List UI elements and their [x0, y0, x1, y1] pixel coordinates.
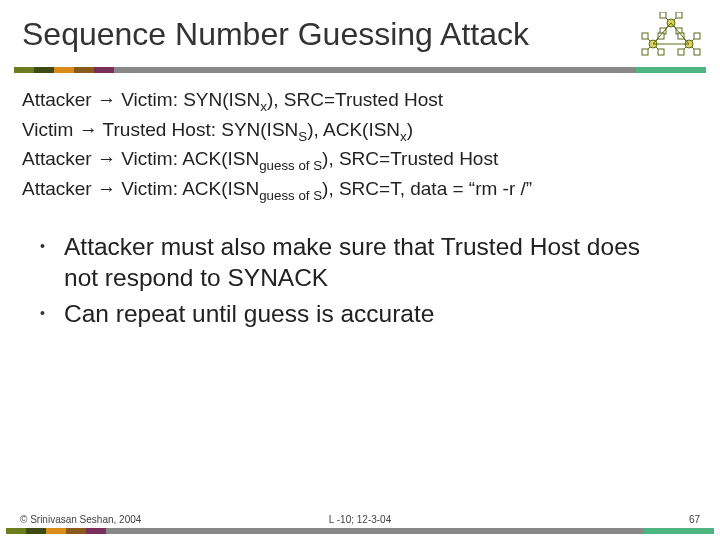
svg-rect-24	[694, 33, 700, 39]
svg-rect-17	[658, 49, 664, 55]
footer-page-number: 67	[473, 514, 700, 525]
footer-divider	[6, 528, 714, 536]
bullet-list: Attacker must also make sure that Truste…	[0, 212, 720, 330]
network-diagram-icon	[636, 12, 706, 57]
protocol-line-4: Attacker → Victim: ACK(ISNguess of S), S…	[22, 176, 698, 205]
svg-rect-26	[694, 49, 700, 55]
svg-line-27	[653, 23, 671, 44]
bullet-item: Can repeat until guess is accurate	[40, 299, 680, 330]
arrow-icon: →	[79, 119, 98, 140]
title-divider	[14, 67, 706, 73]
slide-footer: © Srinivasan Seshan, 2004 L -10; 12-3-04…	[0, 514, 720, 540]
svg-rect-14	[642, 33, 648, 39]
arrow-icon: →	[97, 148, 116, 169]
svg-rect-5	[660, 12, 666, 18]
svg-rect-16	[642, 49, 648, 55]
protocol-line-2: Victim → Trusted Host: SYN(ISNS), ACK(IS…	[22, 117, 698, 146]
protocol-line-1: Attacker → Victim: SYN(ISNx), SRC=Truste…	[22, 87, 698, 116]
protocol-block: Attacker → Victim: SYN(ISNx), SRC=Truste…	[0, 73, 720, 212]
svg-line-28	[671, 23, 689, 44]
bullet-item: Attacker must also make sure that Truste…	[40, 232, 680, 293]
slide-title: Sequence Number Guessing Attack	[22, 16, 628, 53]
footer-center: L -10; 12-3-04	[247, 514, 474, 525]
arrow-icon: →	[97, 178, 116, 199]
protocol-line-3: Attacker → Victim: ACK(ISNguess of S), S…	[22, 146, 698, 175]
svg-rect-25	[678, 49, 684, 55]
arrow-icon: →	[97, 89, 116, 110]
svg-rect-6	[676, 12, 682, 18]
title-row: Sequence Number Guessing Attack	[0, 0, 720, 61]
footer-copyright: © Srinivasan Seshan, 2004	[20, 514, 247, 525]
